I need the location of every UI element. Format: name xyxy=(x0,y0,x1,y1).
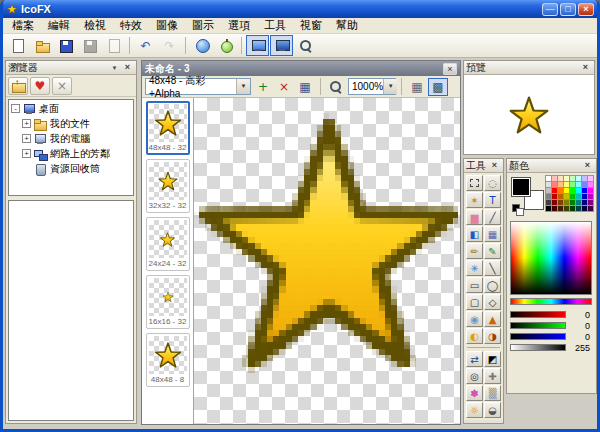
new-button[interactable] xyxy=(6,35,29,56)
thumbnail-item[interactable]: 16x16 - 32 xyxy=(146,275,190,329)
rounded-rectangle-tool[interactable]: ▢ xyxy=(466,294,483,310)
tree-expander[interactable]: + xyxy=(22,119,31,128)
sharpen-tool[interactable]: ▲ xyxy=(484,311,501,327)
palette-color[interactable] xyxy=(546,176,551,181)
palette-color[interactable] xyxy=(552,176,557,181)
ellipse-tool[interactable]: ◯ xyxy=(484,277,501,293)
tree-expander[interactable]: + xyxy=(22,149,31,158)
palette-color[interactable] xyxy=(576,194,581,199)
opacity-tool[interactable]: ▒ xyxy=(484,385,501,401)
palette-color[interactable] xyxy=(558,200,563,205)
thumbnail-item[interactable]: 32x32 - 32 xyxy=(146,159,190,213)
palette-color[interactable] xyxy=(552,188,557,193)
palette-color[interactable] xyxy=(588,176,593,181)
tree-expander[interactable]: - xyxy=(11,104,20,113)
colors-close-icon[interactable] xyxy=(581,160,594,172)
export-button[interactable] xyxy=(102,35,125,56)
menu-item[interactable]: 圖示 xyxy=(185,18,221,33)
internet-button[interactable] xyxy=(190,35,213,56)
image-settings-button[interactable]: ▦ xyxy=(295,78,315,96)
palette-color[interactable] xyxy=(546,188,551,193)
zoom-tool[interactable]: ◎ xyxy=(466,368,483,384)
foreground-color-swatch[interactable] xyxy=(511,177,531,197)
eraser-tool[interactable]: ▆ xyxy=(466,209,483,225)
save-all-button[interactable] xyxy=(78,35,101,56)
capture-button[interactable] xyxy=(246,35,269,56)
palette-color[interactable] xyxy=(588,194,593,199)
tree-item[interactable]: +我的電腦 xyxy=(10,131,132,146)
mac-icon-button[interactable] xyxy=(214,35,237,56)
palette-color[interactable] xyxy=(558,182,563,187)
pixel-grid-toggle-button[interactable]: ▩ xyxy=(428,78,448,96)
chevron-down-icon[interactable] xyxy=(108,62,121,74)
menu-item[interactable]: 圖像 xyxy=(149,18,185,33)
capture-settings-button[interactable] xyxy=(270,35,293,56)
gradient-tool[interactable]: ▦ xyxy=(484,226,501,242)
palette-color[interactable] xyxy=(546,206,551,211)
preview-close-icon[interactable] xyxy=(579,62,592,74)
add-image-button[interactable]: + xyxy=(253,78,273,96)
pencil-tool[interactable]: ✏ xyxy=(466,243,483,259)
palette-color[interactable] xyxy=(564,194,569,199)
line-tool[interactable]: ╲ xyxy=(484,260,501,276)
airbrush-tool[interactable]: ✳ xyxy=(466,260,483,276)
tree-item[interactable]: -桌面 xyxy=(10,101,132,116)
tools-close-icon[interactable] xyxy=(488,160,501,172)
palette-color[interactable] xyxy=(570,176,575,181)
menu-item[interactable]: 檢視 xyxy=(77,18,113,33)
palette-color[interactable] xyxy=(588,188,593,193)
palette-color[interactable] xyxy=(582,182,587,187)
search-button[interactable] xyxy=(294,35,317,56)
palette-color[interactable] xyxy=(576,188,581,193)
delete-image-button[interactable]: × xyxy=(274,78,294,96)
blur-tool[interactable]: ◉ xyxy=(466,311,483,327)
palette-color[interactable] xyxy=(564,182,569,187)
tree-item[interactable]: +我的文件 xyxy=(10,116,132,131)
tree-expander[interactable]: + xyxy=(22,134,31,143)
menu-item[interactable]: 工具 xyxy=(257,18,293,33)
blue-slider[interactable] xyxy=(510,333,566,340)
rectangle-tool[interactable]: ▭ xyxy=(466,277,483,293)
text-tool[interactable]: T xyxy=(484,192,501,208)
hue-tool[interactable]: ✽ xyxy=(466,385,483,401)
palette-color[interactable] xyxy=(588,206,593,211)
select-lasso-tool[interactable]: ◌ xyxy=(484,175,501,191)
title-bar[interactable]: IcoFX xyxy=(3,0,597,18)
dodge-tool[interactable]: ◐ xyxy=(466,328,483,344)
browser-close-icon[interactable] xyxy=(121,62,134,74)
palette-color[interactable] xyxy=(588,200,593,205)
zoom-menu-button[interactable] xyxy=(326,78,346,96)
color-field[interactable] xyxy=(510,221,592,295)
document-close-icon[interactable]: × xyxy=(443,63,457,75)
swap-colors-tool[interactable]: ⇄ xyxy=(466,351,483,367)
burn-tool[interactable]: ◑ xyxy=(484,328,501,344)
close-button[interactable] xyxy=(578,3,594,16)
palette-color[interactable] xyxy=(576,182,581,187)
menu-item[interactable]: 特效 xyxy=(113,18,149,33)
maximize-button[interactable] xyxy=(560,3,576,16)
delete-button[interactable]: × xyxy=(52,77,72,95)
format-select[interactable]: 48x48 - 高彩+Alpha xyxy=(145,78,251,95)
favorites-button[interactable]: ♥ xyxy=(30,77,50,95)
palette-color[interactable] xyxy=(582,176,587,181)
minimize-button[interactable] xyxy=(542,3,558,16)
palette-color[interactable] xyxy=(552,206,557,211)
tree-item[interactable]: 資源回收筒 xyxy=(10,161,132,176)
palette-color[interactable] xyxy=(576,206,581,211)
alpha-slider[interactable] xyxy=(510,344,566,351)
brightness-tool[interactable]: ☼ xyxy=(466,402,483,418)
folder-up-button[interactable] xyxy=(8,77,28,95)
palette-color[interactable] xyxy=(558,206,563,211)
default-colors-tool[interactable]: ◩ xyxy=(484,351,501,367)
default-colors-icon[interactable] xyxy=(512,204,522,214)
palette-color[interactable] xyxy=(570,206,575,211)
palette-color[interactable] xyxy=(564,200,569,205)
palette-color[interactable] xyxy=(552,200,557,205)
palette-color[interactable] xyxy=(564,206,569,211)
contrast-tool[interactable]: ◒ xyxy=(484,402,501,418)
palette-color[interactable] xyxy=(564,176,569,181)
file-list[interactable] xyxy=(8,200,134,421)
menu-item[interactable]: 視窗 xyxy=(293,18,329,33)
palette-color[interactable] xyxy=(576,176,581,181)
tree-item[interactable]: +網路上的芳鄰 xyxy=(10,146,132,161)
